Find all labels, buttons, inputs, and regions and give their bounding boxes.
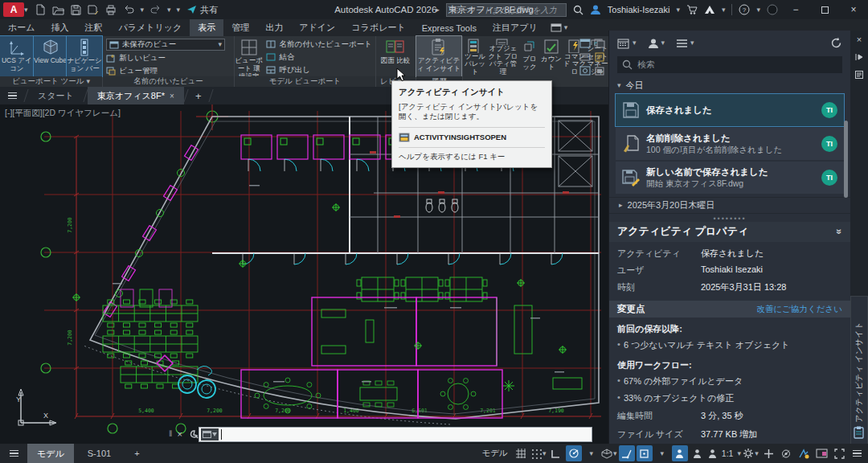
count-palette-button[interactable]: カウント (540, 36, 563, 76)
user-icon[interactable] (590, 4, 601, 15)
new-drawing-tab-button[interactable]: + (188, 87, 209, 104)
list-scrollbar[interactable] (844, 121, 848, 198)
isodraft-icon[interactable]: ▾ (601, 445, 617, 461)
object-snap-tracking-icon[interactable] (619, 445, 635, 461)
mini-palette-icon-4[interactable] (594, 52, 605, 62)
group-date[interactable]: ▸2025年3月20日木曜日 (609, 197, 850, 214)
autodesk-caret-icon[interactable]: ▾ (722, 6, 726, 14)
polar-tracking-icon[interactable] (566, 445, 582, 461)
autoscale-icon[interactable] (690, 445, 706, 461)
search-collapse-icon[interactable]: ▸ (436, 6, 440, 14)
mini-palette-icon-2[interactable] (594, 39, 605, 48)
tab-insert[interactable]: 挿入 (43, 19, 77, 36)
tab-express-tools[interactable]: Express Tools (414, 19, 485, 36)
object-snap-icon[interactable] (637, 445, 653, 461)
panel-label-model-viewports[interactable]: モデル ビューポート (235, 76, 375, 87)
file-tab-start[interactable]: スタート (28, 87, 84, 104)
panel-label-viewport-tools[interactable]: ビューポート ツール▾ (0, 76, 102, 87)
layout-tab-s101[interactable]: S-101 (78, 444, 121, 463)
qat-customize-caret-icon[interactable]: ▾ (177, 6, 181, 14)
undo-caret-icon[interactable]: ▾ (141, 6, 145, 14)
object-snap-caret-icon[interactable]: ▾ (654, 445, 670, 461)
new-view-button[interactable]: 新しいビュー (106, 52, 231, 64)
tab-addins[interactable]: アドイン (291, 19, 343, 36)
activity-insight-button[interactable]: アクティビティ インサイト (416, 36, 461, 76)
tab-parametric[interactable]: パラメトリック (111, 19, 190, 36)
command-customize-wrench-icon[interactable] (187, 429, 199, 440)
tab-view[interactable]: 表示 (190, 19, 223, 36)
palette-properties-icon[interactable] (855, 69, 863, 80)
tab-home[interactable]: ホーム (0, 19, 43, 36)
user-name[interactable]: Toshiaki-Isezaki (608, 5, 670, 14)
mini-palette-icon-1[interactable] (579, 39, 591, 48)
annotation-monitor-plus-icon[interactable] (760, 445, 776, 461)
group-today[interactable]: ▾今日 (609, 78, 850, 94)
join-viewports-button[interactable]: 結合 (266, 51, 372, 63)
tab-output[interactable]: 出力 (257, 19, 291, 36)
help-icon[interactable]: ? (739, 4, 750, 15)
activity-item-purged[interactable]: 名前削除されました100 個の項目が名前削除されました TI (616, 128, 844, 160)
filter-user-button[interactable]: ▾ (648, 38, 665, 49)
activity-item-saved[interactable]: 保存されました TI (616, 94, 844, 126)
search-icon[interactable] (573, 5, 583, 15)
refresh-button[interactable] (830, 37, 842, 49)
filter-date-button[interactable]: ▾ (617, 38, 637, 49)
activity-properties-header[interactable]: アクティビティ プロパティ » (609, 222, 850, 241)
viewport-controls-label[interactable]: [-][平面図][2D ワイヤフレーム] (5, 108, 121, 119)
clean-screen-icon[interactable] (813, 445, 829, 461)
model-space-indicator[interactable]: モデル (479, 448, 511, 459)
mini-palette-icon-6[interactable] (594, 66, 605, 76)
cart-icon[interactable] (686, 5, 698, 14)
ribbon-display-toggle[interactable]: ▾ (551, 19, 568, 36)
layout-menu-button[interactable] (0, 450, 27, 457)
save-as-icon[interactable] (88, 4, 100, 16)
view-dropdown[interactable]: 未保存のビュー▾ (106, 39, 225, 51)
new-layout-button[interactable]: + (125, 444, 149, 463)
annotation-visibility-icon[interactable] (672, 445, 688, 461)
app-logo-icon[interactable]: A (3, 2, 24, 17)
tab-featured-apps[interactable]: 注目アプリ (485, 19, 546, 36)
viewcube-button[interactable]: View Cube (34, 36, 68, 76)
snap-mode-icon[interactable]: ▾ (530, 445, 547, 461)
share-button[interactable]: 共有 (186, 4, 218, 16)
palette-autohide-icon[interactable] (855, 51, 864, 63)
help-search-input[interactable] (446, 3, 567, 17)
redo-caret-icon[interactable]: ▾ (167, 6, 171, 14)
ucs-icon-button[interactable]: UCS アイコン (0, 36, 34, 76)
file-tab-doc[interactable]: 東京オフィス8F*× (88, 87, 184, 104)
app-menu-caret-icon[interactable]: ▾ (24, 6, 28, 14)
collapse-chevron-icon[interactable]: » (834, 229, 845, 235)
model-tab[interactable]: モデル (27, 444, 74, 463)
annotation-scale-button[interactable]: 1:1▾ (707, 445, 741, 461)
palette-search-input[interactable] (637, 59, 837, 69)
properties-palette-button[interactable]: オブジェクト プロパティ管理 (487, 36, 519, 76)
named-viewports-button[interactable]: 名前の付いたビューポート (266, 39, 372, 50)
status-customize-icon[interactable] (849, 445, 865, 461)
graphics-performance-icon[interactable] (796, 445, 812, 461)
restore-button[interactable] (813, 0, 836, 19)
command-close-icon[interactable]: × (177, 429, 182, 439)
autodesk-logo-icon[interactable] (704, 5, 715, 14)
view-manager-button[interactable]: ビュー管理 (106, 65, 231, 76)
file-tab-close-icon[interactable]: × (170, 92, 174, 100)
fullscreen-icon[interactable] (831, 445, 847, 461)
user-caret-icon[interactable]: ▾ (676, 6, 680, 14)
plot-icon[interactable] (105, 4, 117, 16)
command-recent-icon[interactable] (201, 428, 219, 440)
navigation-bar-button[interactable]: ナビゲーション バー (67, 36, 102, 76)
clipboard-icon[interactable] (853, 426, 865, 439)
filter-type-button[interactable]: ▾ (676, 39, 694, 48)
account-icon[interactable] (767, 4, 778, 15)
new-file-icon[interactable] (35, 4, 47, 16)
panel-label-named-views[interactable]: 名前の付いたビュー (103, 76, 234, 87)
save-icon[interactable] (70, 4, 82, 16)
tab-collaborate[interactable]: コラボレート (343, 19, 413, 36)
polar-caret-icon[interactable]: ▾ (583, 445, 600, 461)
command-input[interactable] (199, 427, 592, 442)
file-tab-menu-button[interactable] (0, 87, 24, 104)
tool-palettes-button[interactable]: ツール パレット (463, 36, 487, 76)
undo-icon[interactable] (123, 4, 135, 16)
isolate-objects-icon[interactable] (778, 445, 794, 461)
restore-viewports-button[interactable]: 呼び出し (266, 64, 372, 76)
ortho-mode-icon[interactable] (548, 445, 564, 461)
